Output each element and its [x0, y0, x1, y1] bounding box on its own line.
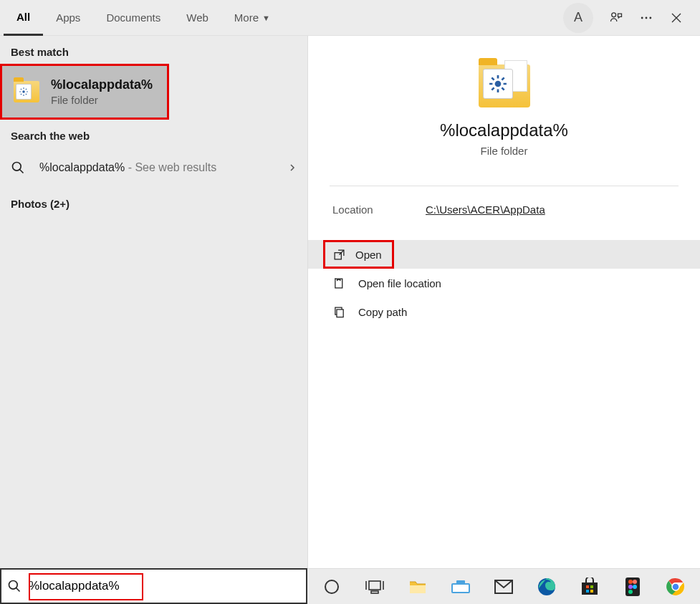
header: All Apps Documents Web More ▼ A: [0, 0, 700, 36]
task-view-icon[interactable]: [365, 577, 385, 597]
search-window: All Apps Documents Web More ▼ A Best: [0, 0, 700, 604]
taskbar: [307, 568, 700, 604]
best-match-subtitle: File folder: [51, 94, 153, 106]
svg-rect-23: [586, 590, 589, 593]
more-icon[interactable]: [639, 11, 653, 25]
results-pane: Best match %localappdata% File folder Se…: [0, 36, 308, 568]
best-match-text: %localappdata% File folder: [51, 77, 153, 106]
search-input[interactable]: [29, 570, 300, 603]
tab-web[interactable]: Web: [173, 0, 221, 36]
svg-point-30: [628, 590, 633, 594]
chrome-icon[interactable]: [666, 577, 686, 597]
svg-rect-12: [369, 581, 380, 590]
actions: Open Open file location Copy path: [308, 240, 700, 326]
tab-more[interactable]: More ▼: [221, 0, 283, 36]
feedback-icon[interactable]: [609, 11, 623, 25]
tabs: All Apps Documents Web More ▼: [4, 0, 563, 36]
svg-point-29: [633, 585, 637, 589]
tab-more-label: More: [234, 11, 259, 24]
search-web-label: Search the web: [0, 120, 307, 148]
copy-icon: [332, 306, 345, 318]
mail-icon[interactable]: [494, 577, 514, 597]
edge-icon[interactable]: [537, 577, 557, 597]
search-box[interactable]: [0, 568, 307, 604]
best-match-label: Best match: [0, 36, 307, 64]
location-label: Location: [332, 203, 426, 216]
svg-rect-8: [335, 279, 342, 288]
cortana-icon[interactable]: [322, 577, 342, 597]
svg-point-5: [13, 163, 21, 171]
photos-label[interactable]: Photos (2+): [0, 188, 307, 216]
svg-rect-17: [456, 580, 465, 585]
preview-folder-icon: [479, 64, 530, 107]
svg-point-6: [494, 81, 501, 87]
web-result-suffix: - See web results: [128, 161, 217, 173]
best-match-title: %localappdata%: [51, 77, 153, 92]
action-open-label: Open: [355, 249, 382, 261]
svg-point-10: [9, 581, 18, 590]
body: Best match %localappdata% File folder Se…: [0, 36, 700, 568]
svg-rect-20: [582, 583, 598, 595]
svg-point-1: [641, 16, 643, 19]
svg-rect-24: [590, 590, 593, 593]
svg-point-4: [22, 90, 25, 93]
action-copy-path[interactable]: Copy path: [308, 297, 700, 326]
preview-subtitle: File folder: [481, 145, 528, 157]
action-open-location[interactable]: Open file location: [308, 269, 700, 297]
svg-point-0: [612, 12, 616, 16]
preview-pane: %localappdata% File folder Location C:\U…: [308, 36, 700, 568]
tab-all[interactable]: All: [4, 0, 43, 36]
svg-point-27: [633, 580, 637, 584]
svg-rect-14: [410, 585, 426, 593]
web-result[interactable]: %localappdata% - See web results: [0, 148, 307, 188]
file-explorer-icon[interactable]: [408, 577, 428, 597]
action-open[interactable]: Open: [308, 240, 700, 269]
tab-apps[interactable]: Apps: [43, 0, 93, 36]
avatar[interactable]: A: [563, 3, 593, 33]
preview-title: %localappdata%: [440, 120, 568, 140]
keyboard-icon[interactable]: [451, 577, 471, 597]
open-external-icon: [332, 249, 345, 261]
svg-point-3: [649, 16, 651, 19]
svg-rect-13: [371, 591, 378, 593]
store-icon[interactable]: [580, 577, 600, 597]
svg-rect-16: [453, 585, 469, 592]
location-row: Location C:\Users\ACER\AppData: [308, 186, 700, 233]
folder-icon: [13, 78, 40, 105]
svg-rect-21: [586, 585, 589, 588]
best-match-result[interactable]: %localappdata% File folder: [0, 64, 169, 120]
action-open-location-label: Open file location: [358, 277, 441, 289]
header-right: A: [563, 3, 696, 33]
svg-point-2: [646, 16, 648, 19]
svg-point-11: [325, 580, 338, 593]
action-copy-path-label: Copy path: [358, 306, 407, 318]
chevron-down-icon: ▼: [262, 14, 270, 22]
tab-documents[interactable]: Documents: [93, 0, 173, 36]
svg-point-28: [628, 585, 633, 589]
svg-point-26: [628, 580, 633, 584]
chevron-right-icon: [288, 162, 297, 173]
file-location-icon: [332, 277, 345, 289]
figma-icon[interactable]: [623, 577, 643, 597]
location-value[interactable]: C:\Users\ACER\AppData: [426, 203, 545, 216]
footer: [0, 568, 700, 604]
preview-top: %localappdata% File folder: [308, 36, 700, 164]
svg-rect-9: [336, 309, 342, 317]
web-result-text: %localappdata% - See web results: [39, 161, 275, 174]
search-icon: [11, 160, 27, 175]
web-result-query: %localappdata%: [39, 161, 125, 173]
svg-rect-22: [590, 585, 593, 588]
search-icon: [7, 579, 21, 593]
close-icon[interactable]: [669, 11, 684, 25]
